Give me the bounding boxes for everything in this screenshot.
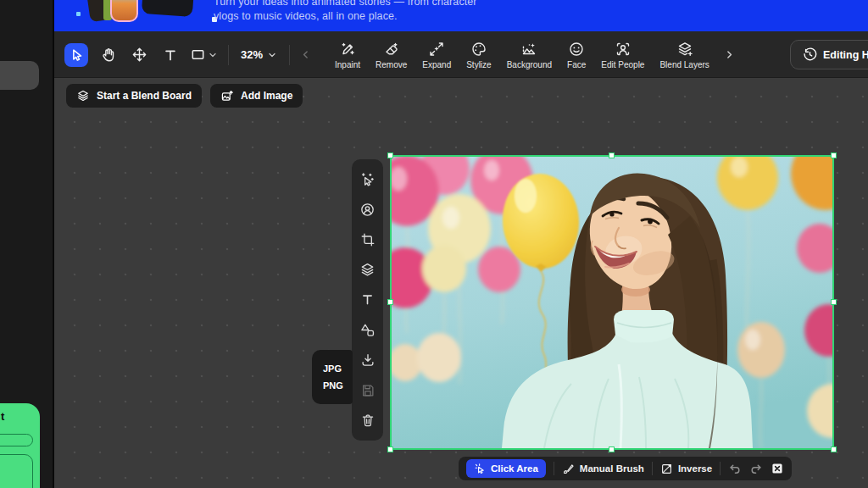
sparkle-dot-icon	[76, 12, 81, 16]
close-selection-button[interactable]	[771, 462, 784, 475]
click-area-button[interactable]: Click Area	[466, 459, 546, 478]
blend-layers-icon	[676, 41, 693, 58]
chevron-right-icon	[724, 49, 735, 60]
selection-mode-bar: Click Area Manual Brush Inverse	[459, 457, 792, 480]
bar-divider	[720, 462, 721, 475]
ai-tools-group: Inpaint Remove Expand Stylize Background	[327, 31, 742, 78]
export-format-menu: JPG PNG	[312, 350, 353, 404]
magic-select-button[interactable]	[355, 167, 381, 192]
select-tool-button[interactable]	[64, 43, 88, 67]
stylize-icon	[470, 41, 487, 58]
manual-brush-label: Manual Brush	[580, 463, 644, 474]
move-tool-button[interactable]	[127, 43, 151, 67]
export-option-jpg[interactable]: JPG	[323, 363, 353, 374]
face-icon	[568, 41, 585, 58]
character-button[interactable]	[355, 197, 381, 222]
editing-history-button[interactable]: Editing History	[790, 40, 868, 69]
undo-button[interactable]	[728, 462, 742, 475]
editor-canvas[interactable]: Start a Blend Board Add Image	[54, 78, 868, 488]
chevron-down-icon	[267, 50, 277, 60]
tool-inpaint[interactable]: Inpaint	[327, 41, 368, 69]
zoom-control[interactable]: 32%	[239, 48, 279, 61]
zoom-value: 32%	[241, 48, 263, 61]
scroll-tools-left-button[interactable]	[300, 49, 311, 60]
inverse-label: Inverse	[678, 463, 712, 474]
resize-handle-top-left[interactable]	[387, 152, 393, 158]
tool-label: Stylize	[466, 60, 491, 69]
add-image-icon	[220, 89, 234, 103]
editing-history-label: Editing History	[823, 49, 868, 61]
hand-icon	[100, 47, 116, 63]
brush-icon	[562, 463, 575, 475]
move-icon	[131, 47, 147, 63]
bar-divider	[652, 462, 653, 475]
export-option-png[interactable]: PNG	[323, 380, 353, 391]
pan-tool-button[interactable]	[96, 43, 120, 67]
tool-edit-people[interactable]: Edit People	[593, 41, 652, 69]
click-area-label: Click Area	[491, 463, 538, 474]
add-image-button[interactable]: Add Image	[210, 84, 303, 108]
resize-handle-top-middle[interactable]	[609, 152, 615, 158]
tool-label: Expand	[422, 60, 451, 69]
inverse-button[interactable]: Inverse	[660, 463, 712, 475]
image-side-toolbar	[352, 159, 383, 441]
tool-background[interactable]: Background	[499, 41, 559, 69]
click-cursor-icon	[474, 463, 486, 474]
sidebar-green-card[interactable]: t	[0, 403, 40, 488]
tool-label: Edit People	[601, 60, 644, 69]
inverse-icon	[660, 463, 673, 475]
save-button[interactable]	[355, 378, 381, 403]
tool-remove[interactable]: Remove	[368, 41, 415, 69]
layers-icon	[76, 89, 90, 103]
text-button[interactable]	[355, 287, 381, 313]
resize-handle-bottom-right[interactable]	[831, 446, 837, 452]
crop-button[interactable]	[355, 227, 381, 252]
dismiss-button[interactable]: Dismiss	[839, 0, 868, 1]
promo-thumbnail-3	[110, 0, 138, 22]
tool-label: Blend Layers	[659, 60, 709, 69]
promo-thumbnail-4	[142, 0, 194, 17]
tool-stylize[interactable]: Stylize	[459, 41, 498, 69]
left-sidebar: t	[0, 0, 54, 488]
remove-icon	[383, 41, 400, 58]
trash-button[interactable]	[355, 408, 381, 433]
resize-handle-middle-left[interactable]	[387, 299, 393, 305]
resize-handle-middle-right[interactable]	[831, 299, 837, 305]
promo-banner[interactable]: Turn your ideas into animated stories — …	[54, 0, 868, 31]
layers-button[interactable]	[355, 257, 381, 282]
sidebar-partial-button[interactable]	[0, 61, 39, 90]
manual-brush-button[interactable]: Manual Brush	[562, 463, 644, 475]
toolbar-divider	[228, 45, 229, 65]
text-tool-button[interactable]	[159, 43, 182, 67]
canvas-action-buttons: Start a Blend Board Add Image	[66, 84, 303, 108]
add-image-label: Add Image	[241, 90, 292, 102]
start-blend-board-button[interactable]: Start a Blend Board	[66, 84, 202, 108]
promo-text: Turn your ideas into animated stories — …	[214, 0, 477, 24]
tool-face[interactable]: Face	[559, 41, 593, 69]
resize-handle-top-right[interactable]	[831, 152, 837, 158]
main-toolbar: 32% Inpaint Remove Expand	[54, 31, 868, 78]
green-card-text-fragment: t	[1, 410, 4, 423]
resize-handle-bottom-middle[interactable]	[609, 446, 615, 452]
background-icon	[520, 41, 537, 58]
tool-expand[interactable]: Expand	[415, 41, 459, 69]
download-button[interactable]	[355, 347, 381, 373]
rectangle-icon	[190, 47, 206, 63]
shape-tool-button[interactable]	[190, 47, 218, 63]
cursor-arrow-icon	[69, 47, 84, 63]
tool-label: Remove	[376, 60, 407, 69]
tool-blend-layers[interactable]: Blend Layers	[652, 41, 716, 69]
selected-image[interactable]	[390, 155, 834, 450]
green-card-box-outline	[0, 454, 33, 488]
start-blend-board-label: Start a Blend Board	[97, 90, 192, 102]
toolbar-left-group: 32%	[64, 31, 311, 78]
tool-label: Face	[567, 60, 586, 69]
text-icon	[163, 47, 178, 63]
scroll-tools-right-button[interactable]	[717, 49, 742, 60]
tool-label: Inpaint	[335, 60, 360, 69]
shapes-button[interactable]	[355, 318, 381, 343]
resize-handle-bottom-left[interactable]	[387, 446, 393, 452]
tool-label: Background	[507, 60, 552, 69]
inpaint-icon	[339, 41, 356, 58]
redo-button[interactable]	[749, 462, 763, 475]
